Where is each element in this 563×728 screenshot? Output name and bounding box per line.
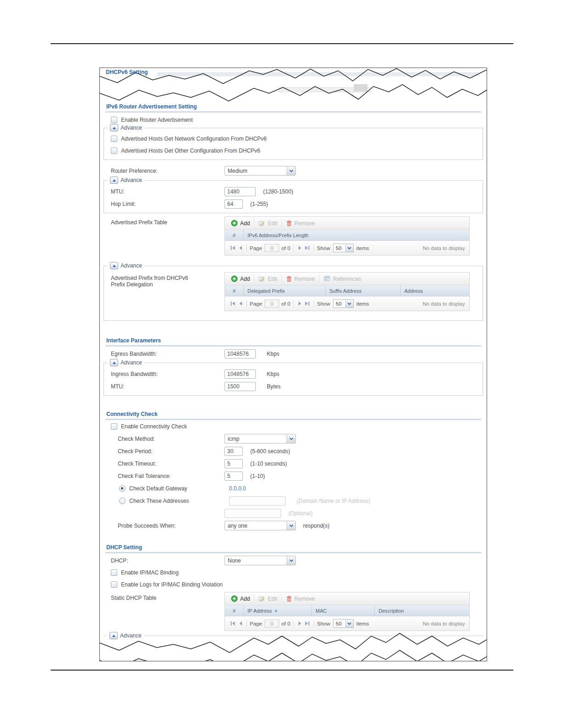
static-dhcp-table: Add Edit Remove # IP Address▲ MAC Descri… (224, 592, 470, 631)
references-icon (324, 276, 331, 282)
add-icon (231, 220, 238, 227)
page-size-select[interactable]: 50 (333, 244, 354, 252)
references-button[interactable]: References (319, 274, 365, 284)
dhcp-mode-value: None (225, 556, 287, 565)
advance-label: Advance (121, 177, 142, 183)
last-page-icon[interactable] (304, 621, 311, 626)
first-page-icon[interactable] (229, 621, 236, 626)
column-header[interactable]: # (225, 285, 243, 296)
static-dhcp-table-label: Static DHCP Table (111, 592, 224, 601)
iface-mtu-input[interactable] (224, 382, 256, 391)
items-label: items (356, 621, 369, 626)
dhcp-mode-label: DHCP: (111, 557, 224, 564)
show-label: Show (317, 621, 330, 626)
ingress-bandwidth-input[interactable] (224, 370, 256, 379)
prev-page-icon[interactable] (236, 621, 244, 626)
page-label: Page (250, 245, 262, 251)
page-number-input[interactable] (264, 244, 279, 252)
first-page-icon[interactable] (229, 245, 236, 250)
probe-succeeds-select[interactable]: any one (224, 521, 296, 530)
advance-collapse-toggle[interactable] (110, 359, 118, 366)
add-button[interactable]: Add (227, 594, 254, 603)
interface-settings-panel: DHCPv6 Setting IPv6 Router Advertisement… (99, 68, 487, 661)
next-page-icon[interactable] (296, 245, 304, 250)
edit-button[interactable]: Edit (254, 594, 282, 603)
column-header[interactable]: # (225, 230, 243, 240)
trash-icon (286, 596, 292, 602)
advance-collapse-toggle[interactable] (110, 176, 118, 184)
advance-collapse-toggle[interactable] (110, 262, 118, 269)
check-period-input[interactable] (224, 447, 243, 456)
check-these-addresses-radio[interactable] (119, 498, 126, 504)
chevron-down-icon[interactable] (287, 434, 295, 443)
page-number-input[interactable] (264, 620, 279, 627)
advance-label: Advance (121, 262, 142, 269)
dhcp-mode-select[interactable]: None (224, 556, 296, 565)
page-size-select[interactable]: 50 (333, 299, 354, 308)
hosts-network-config-checkbox[interactable] (111, 136, 117, 142)
check-fail-tolerance-input[interactable] (224, 472, 243, 481)
chevron-down-icon[interactable] (287, 521, 295, 530)
column-header[interactable]: Suffix Address (325, 285, 400, 296)
column-header[interactable]: Address (400, 285, 469, 296)
check-method-label: Check Method: (118, 436, 224, 442)
first-page-icon[interactable] (229, 301, 236, 306)
enable-connectivity-check-checkbox[interactable] (111, 423, 117, 430)
check-method-value: icmp (225, 434, 287, 443)
column-header[interactable]: Description (374, 605, 469, 616)
hosts-other-config-checkbox[interactable] (111, 148, 117, 154)
enable-router-advertisement-checkbox[interactable] (111, 117, 117, 123)
check-timeout-input[interactable] (224, 459, 243, 468)
remove-button[interactable]: Remove (282, 274, 319, 284)
column-header[interactable]: # (225, 605, 243, 616)
enable-ip-mac-binding-label: Enable IP/MAC Binding (121, 569, 178, 576)
next-page-icon[interactable] (296, 301, 304, 306)
sort-asc-icon: ▲ (274, 609, 278, 613)
column-header[interactable]: Delegated Prefix (243, 285, 325, 296)
router-preference-select[interactable]: Medium (224, 166, 296, 176)
advertised-prefix-table-label: Advertised Prefix Table (111, 216, 224, 226)
pagination-bar: Page of 0 Show 50 items No data to displ… (225, 241, 469, 255)
prev-page-icon[interactable] (236, 301, 244, 306)
add-button[interactable]: Add (227, 274, 254, 284)
page-size-select[interactable]: 50 (333, 619, 354, 628)
next-page-icon[interactable] (296, 621, 304, 626)
edit-button[interactable]: Edit (254, 274, 282, 284)
advance-collapse-toggle[interactable] (110, 124, 118, 131)
check-address-input-2[interactable] (224, 509, 281, 518)
chevron-down-icon[interactable] (287, 556, 295, 565)
ra-mtu-range: (1280-1500) (263, 188, 293, 195)
add-icon (231, 595, 238, 602)
hop-limit-input[interactable] (224, 199, 243, 209)
check-method-select[interactable]: icmp (224, 434, 296, 444)
no-data-text: No data to display (423, 621, 465, 626)
enable-ip-mac-binding-checkbox[interactable] (111, 569, 117, 576)
column-header[interactable]: IPv6 Address/Prefix Length (243, 230, 469, 240)
advance-label: Advance (121, 125, 142, 131)
torn-region-bottom: Advance (100, 632, 487, 661)
column-header[interactable]: MAC (311, 605, 374, 616)
edit-button[interactable]: Edit (254, 219, 282, 228)
advance-label: Advance (121, 359, 142, 366)
probe-suffix: respond(s) (303, 523, 329, 529)
egress-bandwidth-label: Egress Bandwidth: (111, 351, 224, 357)
ingress-bandwidth-label: Ingress Bandwidth: (111, 371, 224, 377)
prev-page-icon[interactable] (236, 245, 244, 250)
last-page-icon[interactable] (304, 245, 311, 250)
edit-icon (259, 596, 265, 602)
pagination-bar: Page of 0 Show 50 items No data to displ… (225, 616, 469, 631)
egress-bandwidth-input[interactable] (224, 349, 256, 358)
check-address-input-1[interactable] (229, 496, 286, 506)
enable-ip-mac-logs-checkbox[interactable] (111, 581, 117, 588)
add-button[interactable]: Add (227, 219, 254, 228)
remove-button[interactable]: Remove (282, 219, 319, 228)
last-page-icon[interactable] (304, 301, 311, 306)
ra-mtu-input[interactable] (224, 187, 256, 196)
page-divider-bottom (51, 670, 513, 671)
chevron-down-icon[interactable] (287, 166, 295, 175)
column-header-sorted[interactable]: IP Address▲ (243, 605, 311, 616)
default-gateway-value: 0.0.0.0 (229, 485, 246, 492)
check-default-gateway-radio[interactable] (119, 485, 126, 492)
page-number-input[interactable] (264, 300, 279, 307)
remove-button[interactable]: Remove (282, 594, 319, 603)
